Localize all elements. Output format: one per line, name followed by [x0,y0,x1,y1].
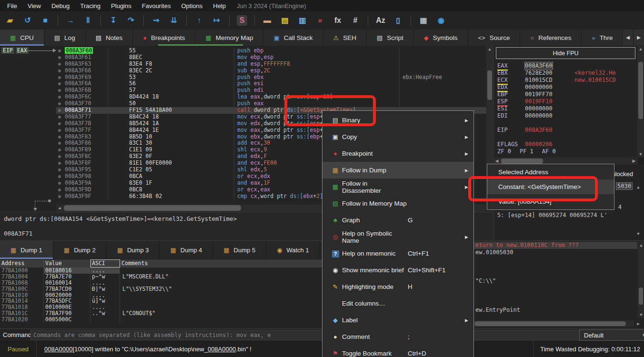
tab-watch-1[interactable]: ◉Watch 1 [266,241,320,259]
run-to-user-code-icon[interactable]: ↦ [211,15,222,26]
breakpoint-dot[interactable] [56,100,64,107]
breakpoint-dot[interactable] [56,153,64,160]
scroll-down-icon[interactable]: ▼ [638,311,644,318]
menu-item-help-on-symbolic-name[interactable]: ◎Help on Symbolic Name▶ [322,228,473,245]
scroll-left-icon[interactable]: ◀ [493,158,500,164]
breakpoint-dot[interactable] [56,94,64,100]
tab-cpu[interactable]: ▦CPU [0,30,44,46]
menu-item-help-on-mnemonic[interactable]: ?Help on mnemonicCtrl+F1 [322,245,473,262]
breakpoint-dot[interactable] [56,193,64,200]
register-row[interactable]: ESI00000000 [497,105,636,112]
seh-s-icon[interactable]: S [237,15,247,26]
register-row[interactable]: EFLAGS00000206 [497,141,636,148]
command-input[interactable] [30,330,582,340]
column-header-value[interactable]: Value [44,259,91,268]
menu-item-edit-columns[interactable]: Edit columns… [322,295,473,312]
step-out-icon[interactable]: ↑ [194,15,204,26]
register-row[interactable]: ECX010015CDnew.010015CD [497,77,636,84]
tab-script[interactable]: ▤Script [367,30,414,46]
breakpoint-dot[interactable] [56,120,64,127]
breakpoint-dot[interactable] [56,107,64,114]
scroll-down-icon[interactable]: ▼ [637,151,644,158]
column-header-asci[interactable]: ASCI [91,259,120,268]
breakpoint-dot[interactable] [56,68,64,74]
menu-item-follow-in-dump[interactable]: ▦Follow in Dump▶ [322,162,473,178]
menu-plugins[interactable]: Plugins [106,1,137,11]
pause-icon[interactable]: Ⅱ [83,15,93,26]
breakpoint-dot[interactable] [56,48,64,54]
breakpoint-dot[interactable] [56,180,64,187]
breakpoint-dot[interactable] [56,134,64,140]
tab-dump-5[interactable]: ▦Dump 5 [213,241,266,259]
menu-item-comment[interactable]: ●Comment; [322,328,473,345]
disasm-row[interactable]: 008A3F6B57push edi [56,87,486,94]
comments-icon[interactable]: ▤ [280,15,290,26]
breakpoint-dot[interactable] [56,61,64,68]
menu-item-show-mnemonic-brief[interactable]: ◉Show mnemonic briefCtrl+Shift+F1 [322,262,473,278]
breakpoint-dot[interactable] [56,87,64,94]
bookmarks-icon[interactable]: » [315,15,325,26]
menu-item-label[interactable]: ◆Label▶ [322,312,473,328]
breakpoint-dot[interactable] [56,140,64,147]
stack-row[interactable]: ew.EntryPoint [473,307,637,314]
trace-into-icon[interactable]: ⇝ [151,15,161,26]
menu-help[interactable]: Help [208,1,231,11]
scrollbar-thumb[interactable] [474,321,626,326]
menu-item-follow-in-memory-map[interactable]: ▤Follow in Memory Map [322,195,473,212]
tab-breakpoints[interactable]: ●Breakpoints [133,30,195,46]
trace-over-icon[interactable]: ⇊ [169,15,179,26]
menu-file[interactable]: File [2,1,22,11]
menu-item-graph[interactable]: ♣GraphG [322,212,473,228]
scroll-right-icon[interactable]: ▶ [631,158,637,164]
tab-symbols[interactable]: ◆Symbols [414,30,468,46]
tab-notes[interactable]: ▤Notes [86,30,133,46]
tab-dump-4[interactable]: ▦Dump 4 [160,241,213,259]
patches-icon[interactable]: ▬ [262,15,272,26]
breakpoint-dot[interactable] [56,80,64,87]
menu-view[interactable]: View [22,1,46,11]
stack-horizontal-scrollbar[interactable]: ▶ [474,320,634,327]
menu-item-toggle-bookmark[interactable]: ⚑Toggle BookmarkCtrl+D [322,345,473,357]
scroll-up-icon[interactable]: ▲ [638,242,644,248]
stop-icon[interactable]: ■ [40,15,50,26]
scrollbar-thumb[interactable] [487,70,492,100]
breakpoint-dot[interactable] [56,167,64,173]
register-row[interactable]: ESP0019FF10 [497,98,636,105]
register-row[interactable]: EAX008A3F60 [497,62,636,69]
register-row[interactable]: EBX7628E200<kernel32.He [497,69,636,77]
breakpoint-dot[interactable] [56,187,64,193]
status-link[interactable]: 008A0000 [208,346,236,353]
tab-thre[interactable]: »Thre [582,30,623,46]
step-over-icon[interactable]: ↷ [126,15,136,26]
breakpoint-dot[interactable] [56,160,64,167]
tab-dump-2[interactable]: ▦Dump 2 [53,241,107,259]
disasm-row[interactable]: 008A3F6683EC 2Csub esp,2C [56,68,486,74]
tab-dump-3[interactable]: ▦Dump 3 [107,241,160,259]
stack-row[interactable]: ew.01005030 [473,249,637,256]
open-file-icon[interactable]: ▰ [5,15,15,26]
globe-icon[interactable]: ◉ [436,15,446,26]
menu-tracing[interactable]: Tracing [75,1,106,11]
menu-item-follow-in-disassembler[interactable]: ▦Follow in Disassembler▶ [322,178,473,195]
scroll-down-icon[interactable]: ▼ [635,230,642,237]
scroll-left-icon[interactable]: ◀ [56,205,63,211]
register-row[interactable]: EDI00000000 [497,112,636,119]
tab-log[interactable]: ▤Log [44,30,86,46]
strings-icon[interactable]: Az [375,15,386,26]
run-icon[interactable]: → [65,15,76,26]
tab-scroll-left-icon[interactable]: ◀ [622,30,633,45]
registers-vertical-scrollbar[interactable]: ▲ ▼ [637,46,644,158]
stack-pane[interactable]: ▶ ▲ ▼ eturn to new.0100110C from ???ew.0… [473,240,644,329]
tab-memory-map[interactable]: ▦Memory Map [195,30,263,46]
breakpoint-dot[interactable] [56,147,64,153]
scrollbar-thumb[interactable] [639,288,643,305]
breakpoint-dot[interactable] [56,74,64,81]
tab-references[interactable]: ○References [520,30,582,46]
tab-source[interactable]: <>Source [468,30,521,46]
restart-icon[interactable]: ↺ [22,15,33,26]
menu-item-copy[interactable]: ▣Copy▶ [322,129,473,145]
register-row[interactable]: EBP0019FF70 [497,91,636,98]
registers-pane[interactable]: Hide FPU EAX008A3F60EBX7628E200<kernel32… [493,46,638,165]
scroll-right-icon[interactable]: ▶ [635,320,642,327]
tab-scroll-right-icon[interactable]: ▶ [633,30,644,45]
